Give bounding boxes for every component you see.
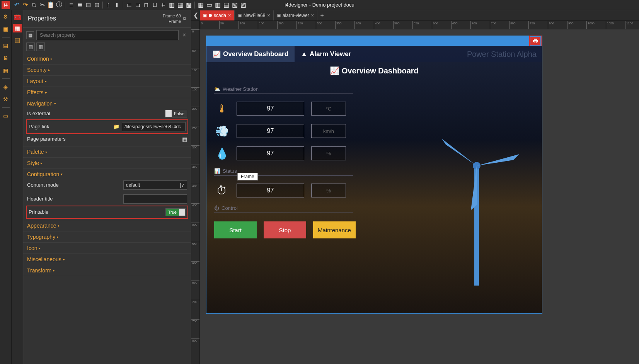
separator xyxy=(2,37,10,37)
info-icon[interactable]: ⓘ xyxy=(55,1,63,9)
chevron-right-icon: ▸ xyxy=(57,235,59,239)
separator xyxy=(102,2,103,9)
add-tab-button[interactable]: + xyxy=(317,12,327,19)
toolbox-icon[interactable]: 🧰 xyxy=(13,12,22,21)
power-icon: ⏻ xyxy=(214,205,219,211)
general-tab-icon[interactable]: ▦ xyxy=(26,31,34,39)
close-tab-icon[interactable]: × xyxy=(228,12,231,18)
wind-value: 97 xyxy=(237,124,304,138)
section-layout[interactable]: Layout▸ xyxy=(27,78,187,84)
section-icon[interactable]: Icon▸ xyxy=(27,245,187,251)
separator xyxy=(2,78,10,79)
view2-icon[interactable]: ▦ xyxy=(36,43,45,51)
layers-icon[interactable]: ▣ xyxy=(2,25,10,33)
pages-icon[interactable]: ▤ xyxy=(2,41,10,50)
nav-overview-tab[interactable]: 📈Overview Dashboard xyxy=(206,46,295,62)
file-tab-alarmviewer[interactable]: ▣ alarm-viewer × xyxy=(274,10,317,20)
grid-4-icon[interactable]: ▤ xyxy=(222,1,230,9)
nav-alarm-tab[interactable]: ▲Alarm Viewer xyxy=(295,46,357,62)
align-14-icon[interactable]: ▩ xyxy=(184,1,193,9)
section-weather: ⛅Weather Station xyxy=(214,86,353,94)
left-rail-secondary: 🧰 ▦ ▤ xyxy=(12,10,23,364)
temp-value: 97 xyxy=(237,102,304,116)
params-edit-icon[interactable]: ▦ xyxy=(182,136,187,142)
prop-page-params: Page parameters ▦ xyxy=(27,134,187,144)
section-configuration[interactable]: Configuration▾ xyxy=(27,171,187,177)
settings2-icon[interactable]: ⚒ xyxy=(2,95,10,104)
align-11-icon[interactable]: ⌗ xyxy=(159,1,167,9)
file-tab-label: alarm-viewer xyxy=(283,13,309,18)
section-transform[interactable]: Transform▸ xyxy=(27,267,187,274)
gear-icon[interactable]: ⚙ xyxy=(2,12,10,21)
grid-3-icon[interactable]: ▥ xyxy=(213,1,222,9)
grid-1-icon[interactable]: ▦ xyxy=(196,1,205,9)
list-icon[interactable]: ▤ xyxy=(13,36,22,44)
design-frame[interactable]: 📈Overview Dashboard ▲Alarm Viewer Power … xyxy=(206,36,542,314)
section-security[interactable]: Security▸ xyxy=(27,67,187,73)
properties-tab-icon[interactable]: ▦ xyxy=(13,24,22,32)
align-10-icon[interactable]: ⊔ xyxy=(150,1,159,9)
header-title-label: Header title xyxy=(27,196,123,202)
grid-6-icon[interactable]: ▨ xyxy=(239,1,247,9)
header-title-input[interactable] xyxy=(123,194,187,204)
section-common[interactable]: Common▸ xyxy=(27,56,187,62)
alarm-icon: ▲ xyxy=(301,50,307,58)
nav-back-icon[interactable]: ❮ xyxy=(191,12,200,19)
print-button[interactable] xyxy=(530,37,540,45)
view1-icon[interactable]: ▤ xyxy=(26,43,35,51)
section-palette[interactable]: Palette▸ xyxy=(27,149,187,155)
cut-icon[interactable]: ✂ xyxy=(38,1,46,9)
align-1-icon[interactable]: ≡ xyxy=(67,1,75,9)
align-3-icon[interactable]: ⊟ xyxy=(84,1,92,9)
chevron-right-icon: ▸ xyxy=(48,68,50,72)
printable-toggle[interactable]: True xyxy=(165,208,186,216)
page-link-input[interactable] xyxy=(122,122,186,131)
section-style[interactable]: Style▸ xyxy=(27,160,187,166)
clear-search-icon[interactable]: × xyxy=(181,32,188,39)
status-icon: 📊 xyxy=(214,168,220,174)
chevron-right-icon: ▸ xyxy=(51,57,53,61)
align-9-icon[interactable]: ⊓ xyxy=(142,1,150,9)
section-misc[interactable]: Miscellaneous▸ xyxy=(27,256,187,262)
grid-2-icon[interactable]: ▭ xyxy=(205,1,213,9)
folder-browse-icon[interactable]: 📁 xyxy=(113,124,119,129)
copy-icon[interactable]: ⧉ xyxy=(29,1,38,9)
is-external-toggle[interactable]: False xyxy=(165,110,187,117)
section-effects[interactable]: Effects▸ xyxy=(27,89,187,95)
align-7-icon[interactable]: ⊏ xyxy=(125,1,133,9)
chevron-right-icon: ▸ xyxy=(58,224,60,228)
section-typography[interactable]: Typography▸ xyxy=(27,234,187,240)
module-icon[interactable]: ◈ xyxy=(2,83,10,91)
redo-icon[interactable]: ↷ xyxy=(21,1,29,9)
copy-icon[interactable]: ⧉ xyxy=(183,16,186,21)
close-tab-icon[interactable]: × xyxy=(311,12,314,18)
section-navigation[interactable]: Navigation▾ xyxy=(27,100,187,107)
align-5-icon[interactable]: ⫿ xyxy=(104,1,113,9)
file-tab-newfile68[interactable]: ▣ NewFile68 × xyxy=(235,10,274,20)
grid-5-icon[interactable]: ▧ xyxy=(230,1,239,9)
files-icon[interactable]: 🗎 xyxy=(2,54,10,62)
content-mode-select[interactable]: default|∨ xyxy=(123,180,187,190)
thermometer-icon: 🌡 xyxy=(214,101,230,116)
close-tab-icon[interactable]: × xyxy=(267,12,270,18)
align-12-icon[interactable]: ▥ xyxy=(167,1,176,9)
stop-button[interactable]: Stop xyxy=(264,221,306,238)
folder-icon[interactable]: ▭ xyxy=(2,112,10,120)
align-2-icon[interactable]: ≣ xyxy=(75,1,84,9)
paste-icon[interactable]: 📋 xyxy=(46,1,55,9)
section-appearance[interactable]: Appearance▸ xyxy=(27,223,187,229)
align-13-icon[interactable]: ▦ xyxy=(176,1,184,9)
undo-icon[interactable]: ↶ xyxy=(12,1,21,9)
separator xyxy=(65,2,65,9)
align-4-icon[interactable]: ⊞ xyxy=(92,1,101,9)
chart-icon: 📈 xyxy=(330,66,339,75)
maintenance-button[interactable]: Maintenance xyxy=(313,221,356,238)
align-6-icon[interactable]: ⫿ xyxy=(113,1,121,9)
start-button[interactable]: Start xyxy=(214,221,257,238)
search-input[interactable] xyxy=(36,30,179,40)
file-tab-scada[interactable]: ▣ scada × xyxy=(200,10,235,20)
dash-icon[interactable]: ▦ xyxy=(2,66,10,75)
align-8-icon[interactable]: ⊐ xyxy=(133,1,142,9)
design-viewport[interactable]: 📈Overview Dashboard ▲Alarm Viewer Power … xyxy=(203,32,636,361)
frame-titlebar xyxy=(206,36,542,46)
